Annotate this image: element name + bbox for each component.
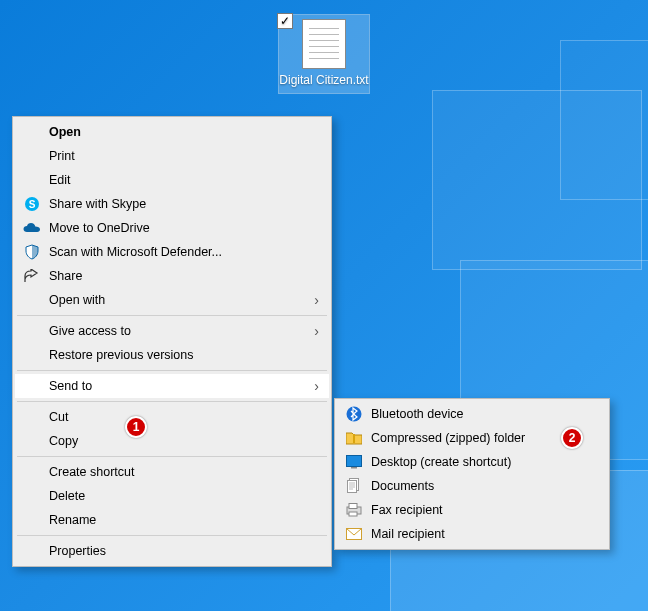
menu-move-onedrive[interactable]: Move to OneDrive <box>15 216 329 240</box>
menu-label: Documents <box>371 479 593 493</box>
desktop-file-selected[interactable]: ✓ Digital Citizen.txt <box>278 14 370 94</box>
blank-icon <box>21 123 43 141</box>
zip-folder-icon <box>343 429 365 447</box>
submenu-bluetooth[interactable]: Bluetooth device <box>337 402 607 426</box>
menu-give-access[interactable]: Give access to › <box>15 319 329 343</box>
blank-icon <box>21 487 43 505</box>
menu-separator <box>17 456 327 457</box>
skype-icon: S <box>21 195 43 213</box>
menu-edit[interactable]: Edit <box>15 168 329 192</box>
menu-copy[interactable]: Copy <box>15 429 329 453</box>
menu-cut[interactable]: Cut <box>15 405 329 429</box>
menu-delete[interactable]: Delete <box>15 484 329 508</box>
menu-label: Mail recipient <box>371 527 593 541</box>
blank-icon <box>21 322 43 340</box>
blank-icon <box>21 542 43 560</box>
blank-icon <box>21 171 43 189</box>
menu-send-to[interactable]: Send to › <box>15 374 329 398</box>
documents-icon <box>343 477 365 495</box>
menu-separator <box>17 370 327 371</box>
desktop-icon <box>343 453 365 471</box>
svg-rect-4 <box>347 456 362 467</box>
menu-share[interactable]: Share <box>15 264 329 288</box>
submenu-documents[interactable]: Documents <box>337 474 607 498</box>
blank-icon <box>21 346 43 364</box>
txt-file-icon <box>302 19 346 69</box>
share-icon <box>21 267 43 285</box>
menu-defender-scan[interactable]: Scan with Microsoft Defender... <box>15 240 329 264</box>
blank-icon <box>21 511 43 529</box>
annotation-badge-2: 2 <box>561 427 583 449</box>
menu-label: Open <box>49 125 301 139</box>
menu-open-with[interactable]: Open with › <box>15 288 329 312</box>
file-label: Digital Citizen.txt <box>279 73 369 87</box>
menu-label: Bluetooth device <box>371 407 593 421</box>
send-to-submenu: Bluetooth device Compressed (zipped) fol… <box>334 398 610 550</box>
mail-icon <box>343 525 365 543</box>
menu-separator <box>17 535 327 536</box>
menu-label: Open with <box>49 293 301 307</box>
menu-rename[interactable]: Rename <box>15 508 329 532</box>
svg-rect-5 <box>351 467 357 469</box>
menu-label: Delete <box>49 489 301 503</box>
menu-label: Fax recipient <box>371 503 593 517</box>
menu-label: Desktop (create shortcut) <box>371 455 593 469</box>
menu-label: Copy <box>49 434 301 448</box>
submenu-arrow-icon: › <box>314 378 319 394</box>
menu-label: Share <box>49 269 301 283</box>
menu-label: Create shortcut <box>49 465 301 479</box>
bluetooth-icon <box>343 405 365 423</box>
blank-icon <box>21 463 43 481</box>
svg-rect-3 <box>353 434 355 443</box>
svg-rect-9 <box>349 504 357 509</box>
menu-label: Properties <box>49 544 301 558</box>
menu-properties[interactable]: Properties <box>15 539 329 563</box>
annotation-badge-1: 1 <box>125 416 147 438</box>
menu-label: Restore previous versions <box>49 348 301 362</box>
fax-icon <box>343 501 365 519</box>
context-menu: Open Print Edit S Share with Skype Move … <box>12 116 332 567</box>
submenu-desktop-shortcut[interactable]: Desktop (create shortcut) <box>337 450 607 474</box>
bg-pane <box>560 40 648 200</box>
svg-rect-10 <box>349 512 357 516</box>
menu-label: Cut <box>49 410 301 424</box>
menu-label: Scan with Microsoft Defender... <box>49 245 301 259</box>
menu-print[interactable]: Print <box>15 144 329 168</box>
menu-restore-versions[interactable]: Restore previous versions <box>15 343 329 367</box>
blank-icon <box>21 408 43 426</box>
submenu-mail-recipient[interactable]: Mail recipient <box>337 522 607 546</box>
menu-label: Share with Skype <box>49 197 301 211</box>
submenu-fax-recipient[interactable]: Fax recipient <box>337 498 607 522</box>
onedrive-icon <box>21 219 43 237</box>
menu-label: Move to OneDrive <box>49 221 301 235</box>
file-checkbox[interactable]: ✓ <box>277 13 293 29</box>
blank-icon <box>21 432 43 450</box>
menu-label: Rename <box>49 513 301 527</box>
svg-text:S: S <box>29 199 36 210</box>
menu-separator <box>17 315 327 316</box>
menu-open[interactable]: Open <box>15 120 329 144</box>
blank-icon <box>21 147 43 165</box>
menu-share-skype[interactable]: S Share with Skype <box>15 192 329 216</box>
menu-create-shortcut[interactable]: Create shortcut <box>15 460 329 484</box>
menu-label: Edit <box>49 173 301 187</box>
submenu-arrow-icon: › <box>314 292 319 308</box>
menu-label: Compressed (zipped) folder <box>371 431 593 445</box>
menu-separator <box>17 401 327 402</box>
menu-label: Give access to <box>49 324 301 338</box>
menu-label: Print <box>49 149 301 163</box>
blank-icon <box>21 291 43 309</box>
submenu-arrow-icon: › <box>314 323 319 339</box>
defender-shield-icon <box>21 243 43 261</box>
menu-label: Send to <box>49 379 301 393</box>
blank-icon <box>21 377 43 395</box>
